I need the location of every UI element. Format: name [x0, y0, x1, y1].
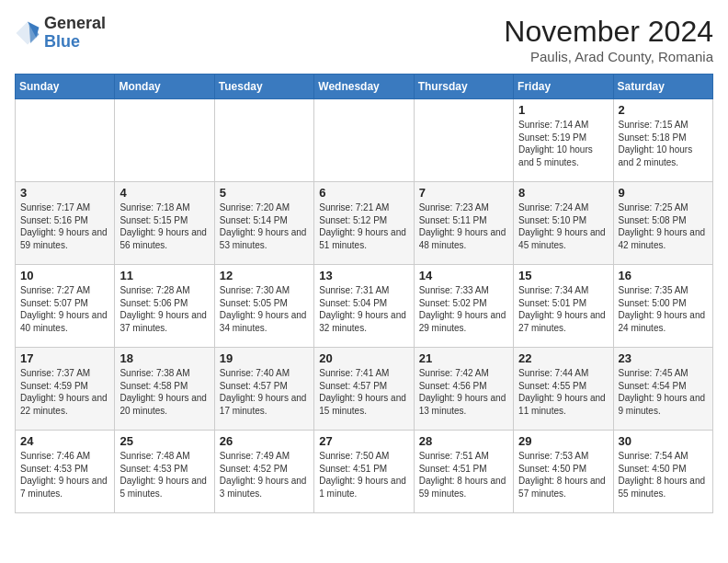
calendar-cell: 13Sunrise: 7:31 AM Sunset: 5:04 PM Dayli… — [314, 265, 414, 348]
day-number: 8 — [518, 186, 608, 200]
day-number: 18 — [119, 351, 209, 365]
day-info: Sunrise: 7:51 AM Sunset: 4:51 PM Dayligh… — [419, 450, 508, 500]
logo-icon — [15, 20, 40, 46]
day-number: 21 — [419, 351, 508, 365]
day-info: Sunrise: 7:24 AM Sunset: 5:10 PM Dayligh… — [518, 201, 608, 251]
location-subtitle: Paulis, Arad County, Romania — [504, 49, 713, 64]
day-info: Sunrise: 7:46 AM Sunset: 4:53 PM Dayligh… — [20, 450, 109, 500]
day-number: 1 — [518, 103, 608, 117]
title-area: November 2024 Paulis, Arad County, Roman… — [504, 15, 713, 64]
calendar-cell — [314, 99, 414, 182]
calendar-table: SundayMondayTuesdayWednesdayThursdayFrid… — [15, 74, 713, 513]
day-info: Sunrise: 7:45 AM Sunset: 4:54 PM Dayligh… — [619, 367, 708, 417]
day-number: 5 — [220, 186, 309, 200]
calendar-cell: 17Sunrise: 7:37 AM Sunset: 4:59 PM Dayli… — [16, 348, 115, 431]
header: General Blue November 2024 Paulis, Arad … — [15, 15, 713, 64]
day-info: Sunrise: 7:14 AM Sunset: 5:19 PM Dayligh… — [518, 119, 608, 168]
calendar-cell: 24Sunrise: 7:46 AM Sunset: 4:53 PM Dayli… — [16, 431, 115, 513]
day-info: Sunrise: 7:33 AM Sunset: 5:02 PM Dayligh… — [419, 284, 508, 334]
day-number: 20 — [319, 351, 408, 365]
calendar-cell: 12Sunrise: 7:30 AM Sunset: 5:05 PM Dayli… — [214, 265, 313, 348]
day-info: Sunrise: 7:40 AM Sunset: 4:57 PM Dayligh… — [220, 367, 309, 417]
day-number: 25 — [119, 434, 209, 448]
calendar-cell: 28Sunrise: 7:51 AM Sunset: 4:51 PM Dayli… — [414, 431, 513, 513]
calendar-cell — [214, 99, 313, 182]
day-number: 26 — [220, 434, 309, 448]
day-number: 9 — [619, 186, 708, 200]
calendar-cell: 20Sunrise: 7:41 AM Sunset: 4:57 PM Dayli… — [314, 348, 414, 431]
day-info: Sunrise: 7:17 AM Sunset: 5:16 PM Dayligh… — [20, 201, 109, 251]
weekday-header-wednesday: Wednesday — [314, 75, 414, 99]
day-info: Sunrise: 7:27 AM Sunset: 5:07 PM Dayligh… — [20, 284, 109, 334]
calendar-cell: 19Sunrise: 7:40 AM Sunset: 4:57 PM Dayli… — [214, 348, 313, 431]
calendar-cell: 16Sunrise: 7:35 AM Sunset: 5:00 PM Dayli… — [613, 265, 712, 348]
day-info: Sunrise: 7:49 AM Sunset: 4:52 PM Dayligh… — [220, 450, 309, 500]
calendar-cell: 18Sunrise: 7:38 AM Sunset: 4:58 PM Dayli… — [115, 348, 214, 431]
weekday-header-tuesday: Tuesday — [214, 75, 313, 99]
calendar-header: SundayMondayTuesdayWednesdayThursdayFrid… — [16, 75, 713, 99]
day-number: 2 — [619, 103, 708, 117]
calendar-cell — [16, 99, 115, 182]
calendar-cell — [414, 99, 513, 182]
calendar-cell: 25Sunrise: 7:48 AM Sunset: 4:53 PM Dayli… — [115, 431, 214, 513]
day-number: 3 — [20, 186, 109, 200]
day-number: 27 — [319, 434, 408, 448]
day-number: 14 — [419, 269, 508, 282]
day-number: 15 — [518, 269, 608, 282]
calendar-cell: 7Sunrise: 7:23 AM Sunset: 5:11 PM Daylig… — [414, 182, 513, 265]
day-number: 12 — [220, 269, 309, 282]
calendar-cell: 1Sunrise: 7:14 AM Sunset: 5:19 PM Daylig… — [514, 99, 613, 182]
weekday-header-thursday: Thursday — [414, 75, 513, 99]
day-info: Sunrise: 7:18 AM Sunset: 5:15 PM Dayligh… — [119, 201, 209, 251]
weekday-header-sunday: Sunday — [16, 75, 115, 99]
calendar-cell: 2Sunrise: 7:15 AM Sunset: 5:18 PM Daylig… — [613, 99, 712, 182]
weekday-header-monday: Monday — [115, 75, 214, 99]
calendar-cell: 27Sunrise: 7:50 AM Sunset: 4:51 PM Dayli… — [314, 431, 414, 513]
calendar-cell: 15Sunrise: 7:34 AM Sunset: 5:01 PM Dayli… — [514, 265, 613, 348]
calendar-cell: 3Sunrise: 7:17 AM Sunset: 5:16 PM Daylig… — [16, 182, 115, 265]
day-info: Sunrise: 7:34 AM Sunset: 5:01 PM Dayligh… — [518, 284, 608, 334]
weekday-header-row: SundayMondayTuesdayWednesdayThursdayFrid… — [16, 75, 713, 99]
logo-text: General Blue — [44, 15, 106, 52]
day-info: Sunrise: 7:37 AM Sunset: 4:59 PM Dayligh… — [20, 367, 109, 417]
day-info: Sunrise: 7:53 AM Sunset: 4:50 PM Dayligh… — [518, 450, 608, 500]
calendar-cell: 5Sunrise: 7:20 AM Sunset: 5:14 PM Daylig… — [214, 182, 313, 265]
calendar-cell: 9Sunrise: 7:25 AM Sunset: 5:08 PM Daylig… — [613, 182, 712, 265]
day-info: Sunrise: 7:48 AM Sunset: 4:53 PM Dayligh… — [119, 450, 209, 500]
weekday-header-saturday: Saturday — [613, 75, 712, 99]
calendar-week-2: 3Sunrise: 7:17 AM Sunset: 5:16 PM Daylig… — [16, 182, 713, 265]
day-number: 30 — [619, 434, 708, 448]
day-info: Sunrise: 7:50 AM Sunset: 4:51 PM Dayligh… — [319, 450, 408, 500]
calendar-cell: 4Sunrise: 7:18 AM Sunset: 5:15 PM Daylig… — [115, 182, 214, 265]
day-info: Sunrise: 7:35 AM Sunset: 5:00 PM Dayligh… — [619, 284, 708, 334]
day-info: Sunrise: 7:38 AM Sunset: 4:58 PM Dayligh… — [119, 367, 209, 417]
calendar-week-5: 24Sunrise: 7:46 AM Sunset: 4:53 PM Dayli… — [16, 431, 713, 513]
day-info: Sunrise: 7:21 AM Sunset: 5:12 PM Dayligh… — [319, 201, 408, 251]
day-number: 22 — [518, 351, 608, 365]
calendar-cell: 29Sunrise: 7:53 AM Sunset: 4:50 PM Dayli… — [514, 431, 613, 513]
day-number: 4 — [119, 186, 209, 200]
logo: General Blue — [15, 15, 106, 52]
calendar-cell: 14Sunrise: 7:33 AM Sunset: 5:02 PM Dayli… — [414, 265, 513, 348]
day-number: 13 — [319, 269, 408, 282]
logo-general-text: General — [44, 14, 106, 32]
day-number: 28 — [419, 434, 508, 448]
calendar-cell: 6Sunrise: 7:21 AM Sunset: 5:12 PM Daylig… — [314, 182, 414, 265]
day-number: 19 — [220, 351, 309, 365]
day-number: 7 — [419, 186, 508, 200]
calendar-week-4: 17Sunrise: 7:37 AM Sunset: 4:59 PM Dayli… — [16, 348, 713, 431]
calendar-cell: 11Sunrise: 7:28 AM Sunset: 5:06 PM Dayli… — [115, 265, 214, 348]
day-number: 6 — [319, 186, 408, 200]
day-info: Sunrise: 7:31 AM Sunset: 5:04 PM Dayligh… — [319, 284, 408, 334]
calendar-cell: 8Sunrise: 7:24 AM Sunset: 5:10 PM Daylig… — [514, 182, 613, 265]
logo-blue-text: Blue — [44, 32, 80, 51]
day-number: 24 — [20, 434, 109, 448]
day-number: 17 — [20, 351, 109, 365]
day-info: Sunrise: 7:41 AM Sunset: 4:57 PM Dayligh… — [319, 367, 408, 417]
calendar-cell — [115, 99, 214, 182]
day-number: 11 — [119, 269, 209, 282]
weekday-header-friday: Friday — [514, 75, 613, 99]
month-year-title: November 2024 — [504, 15, 713, 49]
day-info: Sunrise: 7:42 AM Sunset: 4:56 PM Dayligh… — [419, 367, 508, 417]
day-info: Sunrise: 7:28 AM Sunset: 5:06 PM Dayligh… — [119, 284, 209, 334]
